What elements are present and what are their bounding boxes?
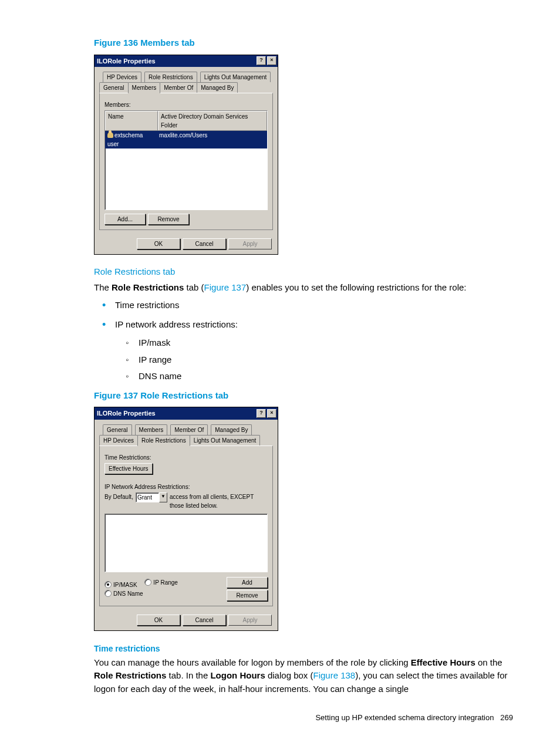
list-item: IP range bbox=[133, 353, 513, 367]
list-item: IP/mask bbox=[133, 336, 513, 350]
subsection-heading-time-restrictions: Time restrictions bbox=[94, 643, 513, 655]
tab-role-restrictions[interactable]: Role Restrictions bbox=[137, 435, 190, 446]
tab-role-restrictions[interactable]: Role Restrictions bbox=[144, 72, 197, 82]
by-default-label: By Default, bbox=[104, 492, 133, 501]
tab-managed-by[interactable]: Managed By bbox=[197, 82, 238, 93]
role-restrictions-dialog: ILORole Properties ? × General Members M… bbox=[94, 407, 278, 631]
add-button[interactable]: Add... bbox=[104, 214, 146, 225]
close-button[interactable]: × bbox=[267, 409, 276, 418]
user-icon bbox=[107, 132, 113, 138]
tab-lights-out-management[interactable]: Lights Out Management bbox=[200, 72, 271, 82]
restrictions-list: Time restrictions IP network address res… bbox=[94, 298, 513, 383]
ok-button[interactable]: OK bbox=[137, 238, 180, 249]
tab-panel: Time Restrictions: Effective Hours IP Ne… bbox=[99, 445, 273, 606]
access-text: access from all clients, EXCEPT those li… bbox=[170, 492, 254, 510]
tab-hp-devices[interactable]: HP Devices bbox=[103, 72, 141, 82]
page-footer: Setting up HP extended schema directory … bbox=[94, 712, 513, 724]
time-restrictions-label: Time Restrictions: bbox=[104, 453, 268, 462]
ok-button[interactable]: OK bbox=[137, 615, 180, 626]
ip-type-radios: IP/MASK IP Range DNS Name bbox=[104, 578, 227, 600]
figure-136-caption: Figure 136 Members tab bbox=[94, 36, 513, 50]
tabs: General Members Member Of Managed By HP … bbox=[99, 424, 273, 606]
column-folder[interactable]: Active Directory Domain Services Folder bbox=[158, 111, 267, 130]
list-item: Time restrictions bbox=[109, 298, 513, 313]
effective-hours-button[interactable]: Effective Hours bbox=[104, 463, 153, 474]
list-item: IP network address restrictions: IP/mask… bbox=[109, 317, 513, 383]
chevron-down-icon: ▼ bbox=[159, 492, 167, 502]
tab-managed-by[interactable]: Managed By bbox=[211, 424, 252, 435]
tab-member-of[interactable]: Member Of bbox=[170, 424, 208, 435]
tabs: HP Devices Role Restrictions Lights Out … bbox=[99, 72, 273, 230]
remove-button[interactable]: Remove bbox=[148, 214, 189, 225]
section-heading-role-restrictions: Role Restrictions tab bbox=[94, 265, 513, 279]
cancel-button[interactable]: Cancel bbox=[183, 615, 226, 626]
close-button[interactable]: × bbox=[267, 56, 276, 65]
paragraph: The Role Restrictions tab (Figure 137) e… bbox=[94, 281, 513, 295]
dialog-titlebar: ILORole Properties ? × bbox=[95, 55, 278, 67]
tab-hp-devices[interactable]: HP Devices bbox=[99, 435, 138, 445]
help-button[interactable]: ? bbox=[257, 56, 266, 65]
column-name[interactable]: Name bbox=[105, 111, 158, 130]
members-label: Members: bbox=[104, 100, 268, 109]
dialog-title: ILORole Properties bbox=[97, 56, 156, 66]
list-item[interactable]: extschema user maxlite.com/Users bbox=[105, 131, 267, 148]
add-button[interactable]: Add bbox=[227, 577, 268, 588]
remove-button[interactable]: Remove bbox=[227, 590, 268, 601]
tab-panel: Members: Name Active Directory Domain Se… bbox=[99, 93, 273, 230]
dialog-title: ILORole Properties bbox=[97, 409, 156, 418]
tab-members[interactable]: Members bbox=[128, 82, 161, 93]
figure-137-caption: Figure 137 Role Restrictions tab bbox=[94, 389, 513, 403]
radio-iprange[interactable]: IP Range bbox=[144, 578, 178, 587]
ip-restrictions-label: IP Network Address Restrictions: bbox=[104, 482, 268, 491]
help-button[interactable]: ? bbox=[257, 409, 266, 418]
radio-ipmask[interactable]: IP/MASK bbox=[104, 580, 137, 589]
dialog-titlebar: ILORole Properties ? × bbox=[95, 407, 278, 420]
apply-button[interactable]: Apply bbox=[228, 615, 272, 626]
members-listbox[interactable]: Name Active Directory Domain Services Fo… bbox=[104, 110, 268, 210]
members-dialog: ILORole Properties ? × HP Devices Role R… bbox=[94, 55, 278, 255]
cancel-button[interactable]: Cancel bbox=[183, 238, 226, 249]
list-item: DNS name bbox=[133, 370, 513, 383]
tab-member-of[interactable]: Member Of bbox=[160, 82, 197, 93]
tab-general[interactable]: General bbox=[103, 424, 132, 435]
tab-lights-out-management[interactable]: Lights Out Management bbox=[190, 435, 261, 445]
tab-general[interactable]: General bbox=[99, 82, 129, 93]
link-figure-138[interactable]: Figure 138 bbox=[313, 670, 355, 680]
radio-dnsname[interactable]: DNS Name bbox=[104, 589, 143, 598]
tab-members[interactable]: Members bbox=[135, 424, 168, 435]
apply-button[interactable]: Apply bbox=[228, 238, 272, 249]
link-figure-137[interactable]: Figure 137 bbox=[204, 282, 247, 292]
ip-exceptions-listbox[interactable] bbox=[104, 514, 268, 572]
grant-deny-select[interactable]: Grant ▼ bbox=[136, 492, 167, 502]
sub-list: IP/mask IP range DNS name bbox=[133, 336, 513, 383]
paragraph: You can manage the hours available for l… bbox=[94, 656, 513, 696]
